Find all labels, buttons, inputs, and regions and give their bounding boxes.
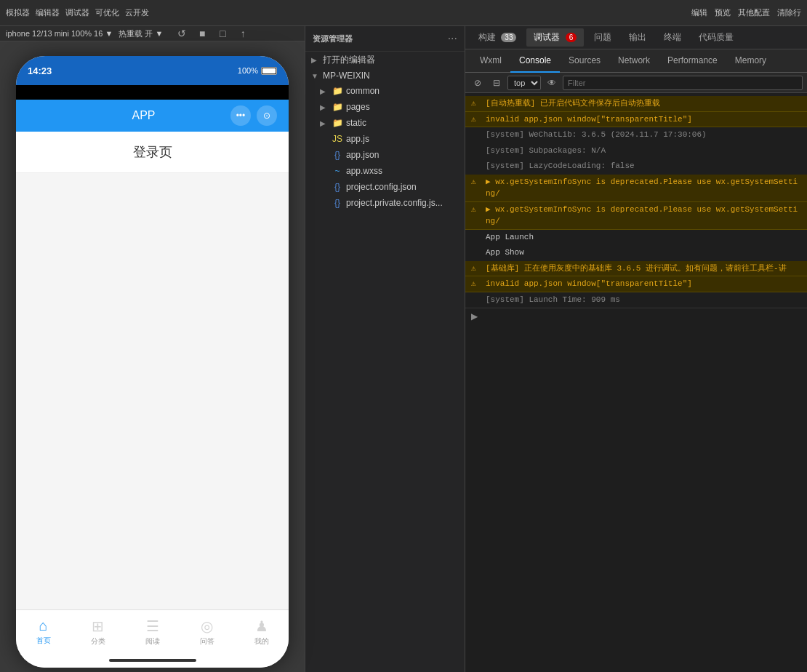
tab-category[interactable]: ⊞ 分类	[71, 615, 125, 649]
devtools-tab-perf[interactable]: Performance	[659, 49, 726, 73]
debug-tab-output[interactable]: 输出	[622, 28, 654, 47]
projectconfig-label: project.config.json	[346, 182, 417, 192]
devtools-tabs: Wxml Console Sources Network Performance	[465, 49, 807, 73]
console-line-9: ⚠ [基础库] 正在使用灰度中的基础库 3.6.5 进行调试。如有问题，请前往工…	[465, 261, 807, 277]
build-badge: 33	[501, 33, 516, 42]
projectprivate-icon: {}	[332, 197, 343, 209]
phone-status-bar: 14:23 100%	[16, 56, 289, 85]
clear-console-btn[interactable]: ⊘	[470, 75, 486, 91]
warn-icon-6: ⚠	[471, 204, 483, 216]
context-select[interactable]: top	[507, 76, 541, 90]
console-text-11: [system] Launch Time: 909 ms	[486, 294, 801, 306]
devtools-panel: Wxml Console Sources Network Performance	[465, 49, 807, 672]
toolbar-edit[interactable]: 编辑	[691, 7, 707, 18]
console-line-8: App Show	[465, 245, 807, 261]
console-text-3: [system] Subpackages: N/A	[486, 145, 801, 157]
toolbar-config[interactable]: 其他配置	[738, 7, 770, 18]
warn-icon-10: ⚠	[471, 278, 483, 290]
tree-projectprivate[interactable]: ▶ {} project.private.config.js...	[305, 195, 465, 211]
toolbar-item-debugger[interactable]: 调试器	[65, 7, 89, 18]
console-text-10: invalid app.json window["transparentTitl…	[486, 278, 801, 290]
console-prompt[interactable]: ▶	[465, 308, 807, 324]
explorer-header: 资源管理器 ···	[305, 26, 465, 52]
toolbar-item-cloud[interactable]: 云开发	[125, 7, 149, 18]
debug-tab-quality[interactable]: 代码质量	[691, 28, 741, 47]
perf-label: Performance	[667, 55, 718, 65]
network-label: Network	[618, 55, 650, 65]
devtools-tab-memory[interactable]: Memory	[726, 49, 775, 73]
project-section[interactable]: ▼ MP-WEIXIN	[305, 68, 465, 83]
tree-appjs[interactable]: ▶ JS app.js	[305, 131, 465, 147]
filter-input[interactable]	[563, 76, 803, 90]
menu-dots-icon[interactable]: •••	[230, 105, 251, 126]
devtools-tab-wxml[interactable]: Wxml	[471, 49, 510, 73]
build-label: 构建	[478, 32, 496, 42]
toolbar-preview[interactable]: 预览	[715, 7, 731, 18]
section-arrow: ▶	[311, 56, 320, 64]
tree-appwxss[interactable]: ▶ ~ app.wxss	[305, 163, 465, 179]
console-line-1: ⚠ invalid app.json window["transparentTi…	[465, 112, 807, 128]
console-line-3: [system] Subpackages: N/A	[465, 143, 807, 159]
console-line-11: [system] Launch Time: 909 ms	[465, 292, 807, 308]
toolbar-item-optimize[interactable]: 可优化	[95, 7, 119, 18]
upload-icon[interactable]: ↑	[236, 26, 250, 41]
static-folder-icon: 📁	[332, 117, 343, 129]
projectprivate-label: project.private.config.js...	[346, 198, 443, 208]
read-icon: ☰	[146, 617, 159, 635]
open-editor-section[interactable]: ▶ 打开的编辑器	[305, 52, 465, 68]
reload-icon[interactable]: ↺	[174, 26, 189, 41]
battery-bar	[261, 67, 277, 75]
phone-tab-bar: ⌂ 首页 ⊞ 分类 ☰ 阅读 ◎ 问答	[16, 609, 289, 653]
explorer-more-icon[interactable]: ···	[448, 32, 457, 45]
tree-projectconfig[interactable]: ▶ {} project.config.json	[305, 179, 465, 195]
debugger-badge: 6	[566, 33, 577, 42]
devtools-tab-console[interactable]: Console	[510, 49, 560, 73]
console-text-6: ▶ wx.getSystemInfoSync is deprecated.Ple…	[486, 204, 801, 228]
filter-btn[interactable]: ⊟	[489, 75, 505, 91]
tree-common[interactable]: ▶ 📁 common	[305, 83, 465, 99]
console-text-8: App Show	[486, 247, 801, 259]
debug-tab-terminal[interactable]: 终端	[657, 28, 688, 47]
common-label: common	[346, 86, 380, 96]
phone-page-header: 登录页	[16, 132, 289, 173]
tree-appjson[interactable]: ▶ {} app.json	[305, 147, 465, 163]
debug-tabs-bar: 构建 33 调试器 6 问题 输出 终端 代码质量	[465, 26, 807, 49]
stop-icon[interactable]: ■	[195, 26, 209, 41]
status-right: 100%	[238, 66, 277, 75]
devtools-tab-network[interactable]: Network	[609, 49, 659, 73]
tab-mine[interactable]: ♟ 我的	[234, 615, 289, 649]
warn-icon-5: ⚠	[471, 176, 483, 188]
static-arrow: ▶	[320, 119, 329, 127]
tab-read[interactable]: ☰ 阅读	[125, 615, 180, 649]
debug-tab-issues[interactable]: 问题	[587, 28, 619, 47]
appjs-label: app.js	[346, 134, 369, 144]
tab-qa[interactable]: ◎ 问答	[180, 615, 234, 649]
hot-reload-label[interactable]: 热重载 开 ▼	[119, 28, 163, 39]
tree-pages[interactable]: ▶ 📁 pages	[305, 99, 465, 115]
tree-static[interactable]: ▶ 📁 static	[305, 115, 465, 131]
console-output[interactable]: ⚠ [自动热重载] 已开启代码文件保存后自动热重载 ⚠ invalid app.…	[465, 93, 807, 672]
battery-fill	[262, 68, 276, 73]
toolbar-item-simulator[interactable]: 模拟器	[6, 7, 30, 18]
console-text-4: [system] LazyCodeLoading: false	[486, 160, 801, 172]
debug-tab-debugger[interactable]: 调试器 6	[526, 28, 584, 47]
prompt-arrow: ▶	[471, 311, 478, 321]
toolbar-clear[interactable]: 清除行	[777, 7, 801, 18]
tab-home[interactable]: ⌂ 首页	[16, 615, 71, 649]
phone-container: 14:23 100% APP	[0, 41, 305, 672]
debug-tab-build[interactable]: 构建 33	[471, 28, 523, 47]
console-text-5: ▶ wx.getSystemInfoSync is deprecated.Ple…	[486, 176, 801, 200]
project-arrow: ▼	[311, 72, 320, 80]
devtools-tab-sources[interactable]: Sources	[560, 49, 609, 73]
sources-label: Sources	[569, 55, 601, 65]
folder-icon: 📁	[332, 85, 343, 97]
console-line-2: [system] WeChatLib: 3.6.5 (2024.11.7 17:…	[465, 127, 807, 143]
toolbar-item-editor[interactable]: 编辑器	[36, 7, 60, 18]
memory-label: Memory	[735, 55, 766, 65]
wxml-label: Wxml	[480, 55, 502, 65]
camera-icon[interactable]: ⊙	[257, 105, 277, 126]
toolbar-left: 模拟器 编辑器 调试器 可优化 云开发	[6, 7, 687, 18]
phone-icon[interactable]: □	[215, 26, 230, 41]
eye-icon[interactable]: 👁	[544, 75, 560, 91]
appjson-label: app.json	[346, 150, 379, 160]
